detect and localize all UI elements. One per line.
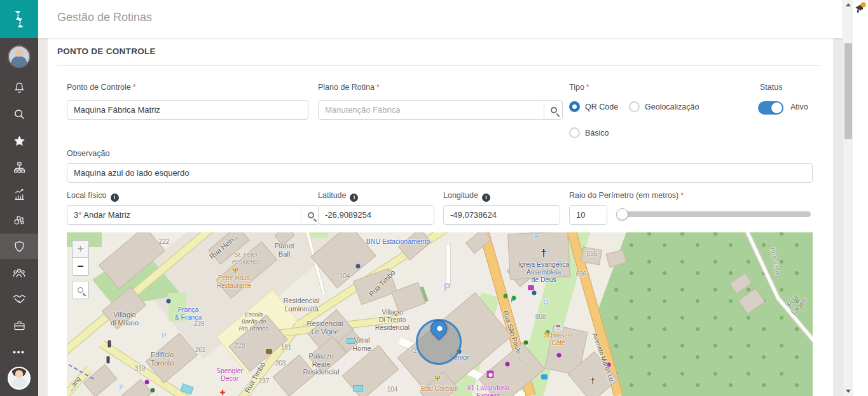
more-options-icon: •••	[13, 347, 25, 357]
map-label: 222	[159, 238, 170, 246]
megaphone-icon	[854, 2, 867, 14]
page-title: Gestão de Rotinas	[57, 11, 152, 24]
zoom-in-button[interactable]: +	[72, 241, 88, 258]
team-icon	[12, 266, 26, 280]
map-poi-dot	[167, 299, 171, 304]
observacao-label: Observação	[67, 149, 109, 158]
bell-icon	[13, 81, 26, 94]
map-pool	[353, 385, 363, 392]
radio-qr-code-label[interactable]: QR Code	[585, 103, 618, 111]
map-poi-wash	[487, 371, 494, 378]
map-label: 72	[410, 347, 417, 355]
map-poi-g: †	[541, 248, 547, 258]
radio-geolocalizacao[interactable]	[629, 101, 640, 112]
map-label: Residencial Luminosità	[284, 297, 320, 313]
required-asterisk: *	[376, 83, 380, 92]
sidebar-item-more[interactable]: •••	[0, 339, 38, 364]
scroll-down-button[interactable]	[843, 386, 853, 396]
local-input[interactable]	[67, 205, 320, 225]
map-label: #1 Lavanderia Express	[467, 384, 510, 396]
latitude-input[interactable]	[318, 205, 434, 225]
map-poi-P: P	[162, 332, 166, 339]
sidebar-item-analytics[interactable]	[0, 181, 38, 207]
sidebar: •••	[0, 0, 38, 396]
star-icon	[13, 134, 26, 148]
vertical-scrollbar[interactable]	[843, 0, 853, 396]
map-poi-sq	[266, 349, 272, 354]
map-label: 808	[535, 313, 546, 321]
sidebar-item-search[interactable]	[0, 101, 38, 127]
map-label: 203	[275, 360, 286, 367]
analytics-chart-icon	[13, 188, 26, 201]
info-icon[interactable]: i	[482, 194, 490, 202]
map-poi-sq	[528, 285, 534, 290]
map-label: 239	[194, 320, 205, 328]
required-asterisk: *	[680, 191, 684, 200]
raio-slider-handle[interactable]	[616, 208, 628, 220]
ponto-input[interactable]	[67, 100, 308, 120]
briefcase-icon	[13, 319, 26, 332]
sidebar-item-team[interactable]	[0, 260, 38, 286]
plano-field	[318, 100, 563, 120]
radio-geolocalizacao-label[interactable]: Geolocalização	[645, 103, 699, 111]
plano-input[interactable]	[318, 100, 563, 120]
arrow-up-icon	[846, 3, 851, 6]
longitude-input[interactable]	[443, 205, 560, 225]
local-search-button[interactable]	[301, 205, 320, 225]
sidebar-item-business[interactable]	[0, 313, 38, 338]
map-zoom-control: + −	[72, 240, 89, 276]
tipo-label: Tipo*	[569, 83, 589, 92]
map-poi-dot	[557, 353, 561, 358]
sidebar-item-favorites[interactable]	[0, 128, 38, 153]
radio-qr-code[interactable]	[569, 101, 580, 112]
raio-input[interactable]	[569, 205, 607, 225]
map-poi-dot	[504, 294, 508, 299]
search-icon	[13, 108, 26, 121]
app-logo-icon	[11, 10, 27, 29]
map-label: 636	[576, 271, 587, 278]
map-label: Edifício Toronto	[151, 351, 174, 367]
sidebar-item-hierarchy[interactable]	[0, 155, 38, 180]
map-poi-sq	[541, 374, 548, 379]
map-poi-dot	[145, 380, 149, 385]
observacao-input[interactable]	[67, 163, 813, 183]
map-label: Villagio Di Trento Residencial	[375, 308, 410, 331]
map-label: 261	[195, 346, 206, 354]
sidebar-item-control-points[interactable]	[0, 234, 38, 259]
search-icon	[308, 212, 314, 218]
required-asterisk: *	[586, 83, 589, 92]
map-search-button[interactable]	[72, 281, 89, 299]
local-field	[67, 205, 320, 225]
app-logo[interactable]	[0, 0, 38, 38]
search-icon	[551, 107, 557, 113]
status-toggle[interactable]	[758, 101, 783, 115]
zoom-out-button[interactable]: −	[72, 258, 88, 275]
scroll-up-button[interactable]	[843, 0, 853, 10]
map-poi-tl	[107, 357, 110, 364]
map-label: Escola Barão do Rio Branco	[239, 311, 269, 332]
raio-label: Raio do Perímetro (em metros)*	[569, 191, 684, 200]
info-icon[interactable]: i	[111, 194, 119, 202]
map-poi-tl	[108, 341, 111, 348]
map-label: St. Peter Residence	[232, 251, 261, 265]
support-avatar	[8, 367, 31, 390]
raio-slider-track[interactable]	[620, 211, 811, 217]
plano-search-button[interactable]	[544, 100, 563, 120]
map-poi-dot	[356, 264, 361, 269]
sidebar-item-partners[interactable]	[0, 286, 38, 312]
info-icon[interactable]: i	[350, 194, 358, 202]
scrollbar-thumb[interactable]	[844, 43, 852, 139]
content-card: PONTO DE CONTROLE Ponto de Controle* Pla…	[48, 38, 833, 396]
radio-basico[interactable]	[569, 127, 580, 138]
sidebar-support[interactable]	[0, 365, 38, 391]
map-label: BNU Estacionamento	[366, 237, 430, 245]
sidebar-user-avatar[interactable]	[0, 44, 38, 69]
map-poi-P: P	[119, 384, 123, 391]
radio-basico-label[interactable]: Básico	[585, 129, 609, 138]
sidebar-item-equipment[interactable]	[0, 207, 38, 232]
sidebar-item-notifications[interactable]	[0, 74, 38, 100]
map[interactable]: 222Rua Hein...Planet BallSt. Peter Resid…	[67, 232, 813, 396]
announcement-button[interactable]	[854, 2, 867, 17]
hierarchy-icon	[13, 161, 26, 174]
section-divider	[57, 65, 820, 66]
